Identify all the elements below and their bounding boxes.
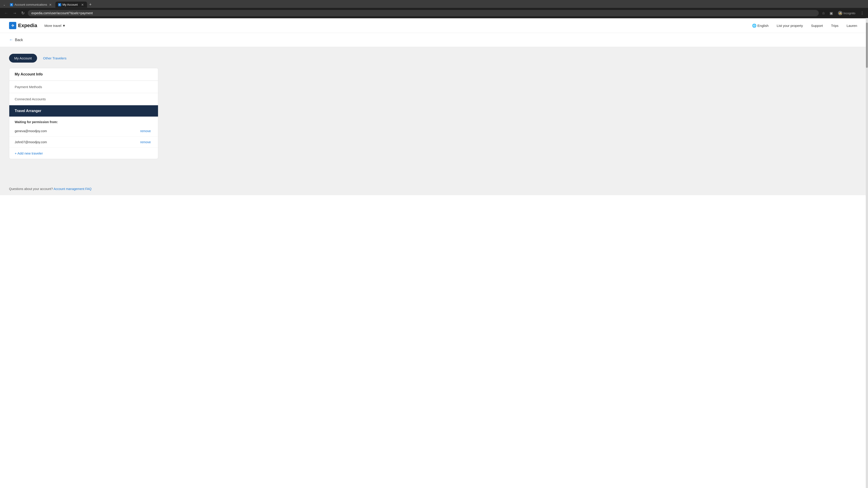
remove-traveler-2-btn[interactable]: remove xyxy=(138,139,153,145)
connected-accounts-item[interactable]: Connected Accounts xyxy=(9,93,158,105)
traveler-row: geneva@moodjoy.com remove xyxy=(9,126,158,137)
faq-link[interactable]: Account management FAQ xyxy=(54,187,92,191)
scrollbar[interactable] xyxy=(866,18,868,488)
tab-overview-btn[interactable]: ▣ xyxy=(828,10,834,16)
account-tabs: My Account Other Travelers xyxy=(9,54,859,63)
scroll-thumb[interactable] xyxy=(866,23,868,68)
tab1-title: Account communications xyxy=(14,3,47,6)
trips-label: Trips xyxy=(831,24,839,28)
support-link[interactable]: Support xyxy=(809,22,825,29)
waiting-label: Waiting for permission from: xyxy=(9,117,158,126)
user-menu-link[interactable]: Lauren xyxy=(845,22,859,29)
list-property-label: List your property xyxy=(777,24,803,28)
my-account-tab-label: My Account xyxy=(14,56,32,60)
travel-arranger-header: Travel Arranger xyxy=(9,105,158,117)
connected-accounts-section: Connected Accounts xyxy=(9,93,158,105)
tab1-favicon: E xyxy=(10,3,13,6)
traveler-email-1: geneva@moodjoy.com xyxy=(15,129,47,133)
browser-toolbar: ← → ↻ ☆ ▣ 🕵 Incognito ⋮ xyxy=(0,8,868,18)
payment-methods-item[interactable]: Payment Methods xyxy=(9,81,158,93)
language-link[interactable]: 🌐 English xyxy=(750,22,770,29)
back-section: ← Back xyxy=(0,33,868,47)
incognito-btn[interactable]: 🕵 Incognito xyxy=(836,10,857,16)
account-info-section: My Account Info xyxy=(9,68,158,81)
back-label: Back xyxy=(15,38,23,42)
remove-1-label: remove xyxy=(140,129,151,133)
bookmark-btn[interactable]: ☆ xyxy=(820,10,827,16)
tab2-close-btn[interactable]: ✕ xyxy=(81,3,84,6)
tab2-favicon: E xyxy=(58,3,61,6)
other-travelers-tab-label: Other Travelers xyxy=(43,56,66,60)
language-label: English xyxy=(757,24,769,28)
user-label: Lauren xyxy=(846,24,857,28)
globe-icon: 🌐 xyxy=(752,24,756,28)
tab1-close-btn[interactable]: ✕ xyxy=(49,3,52,6)
browser-tabs-bar: ⌄ E Account communications ✕ E My Accoun… xyxy=(0,0,868,8)
account-info-header: My Account Info xyxy=(9,68,158,80)
account-panel: My Account Info Payment Methods Connecte… xyxy=(9,68,158,159)
back-nav-btn[interactable]: ← xyxy=(3,10,9,17)
more-travel-btn[interactable]: More travel ▼ xyxy=(42,22,67,29)
account-info-label: My Account Info xyxy=(15,72,43,76)
travel-arranger-section: Travel Arranger Waiting for permission f… xyxy=(9,105,158,159)
header-left: ✈ Expedia More travel ▼ xyxy=(9,22,67,29)
trips-link[interactable]: Trips xyxy=(829,22,840,29)
browser-tab-2[interactable]: E My Account ✕ xyxy=(55,2,87,8)
payment-methods-section: Payment Methods xyxy=(9,81,158,93)
add-traveler-btn[interactable]: + Add new traveler xyxy=(9,148,158,159)
reload-btn[interactable]: ↻ xyxy=(20,10,26,17)
address-bar[interactable] xyxy=(28,10,819,16)
incognito-icon: 🕵 xyxy=(838,11,842,15)
site-header: ✈ Expedia More travel ▼ 🌐 English List y… xyxy=(0,18,868,33)
support-label: Support xyxy=(811,24,823,28)
faq-link-label: Account management FAQ xyxy=(54,187,92,191)
logo-text: Expedia xyxy=(18,23,37,29)
logo-link[interactable]: ✈ Expedia xyxy=(9,22,37,29)
list-property-link[interactable]: List your property xyxy=(775,22,805,29)
logo-icon: ✈ xyxy=(9,22,16,29)
forward-nav-btn[interactable]: → xyxy=(11,10,18,17)
connected-accounts-label: Connected Accounts xyxy=(15,97,46,101)
footer-question-text: Questions about your account? xyxy=(9,187,53,191)
back-arrow-icon: ← xyxy=(9,37,13,42)
other-travelers-tab[interactable]: Other Travelers xyxy=(38,54,72,63)
travel-arranger-label: Travel Arranger xyxy=(15,109,41,113)
back-button[interactable]: ← Back xyxy=(9,37,23,43)
main-content: My Account Other Travelers My Account In… xyxy=(0,47,868,183)
traveler-email-2: John07@moodjoy.com xyxy=(15,140,47,144)
payment-methods-label: Payment Methods xyxy=(15,85,42,89)
menu-btn[interactable]: ⋮ xyxy=(859,10,865,16)
browser-tab-1[interactable]: E Account communications ✕ xyxy=(7,2,55,8)
remove-traveler-1-btn[interactable]: remove xyxy=(138,128,153,134)
my-account-tab[interactable]: My Account xyxy=(9,54,37,63)
add-traveler-label: + Add new traveler xyxy=(15,151,43,155)
more-travel-label: More travel xyxy=(44,24,61,28)
page-content: ✈ Expedia More travel ▼ 🌐 English List y… xyxy=(0,18,868,488)
remove-2-label: remove xyxy=(140,140,151,144)
tab-dropdown-btn[interactable]: ⌄ xyxy=(2,2,7,7)
header-right: 🌐 English List your property Support Tri… xyxy=(750,22,859,29)
traveler-row: John07@moodjoy.com remove xyxy=(9,137,158,148)
tab2-title: My Account xyxy=(63,3,79,6)
new-tab-btn[interactable]: + xyxy=(88,1,94,8)
browser-chrome: ⌄ E Account communications ✕ E My Accoun… xyxy=(0,0,868,18)
more-travel-chevron: ▼ xyxy=(62,24,66,28)
incognito-label: Incognito xyxy=(843,11,855,15)
page-footer: Questions about your account? Account ma… xyxy=(0,183,868,195)
